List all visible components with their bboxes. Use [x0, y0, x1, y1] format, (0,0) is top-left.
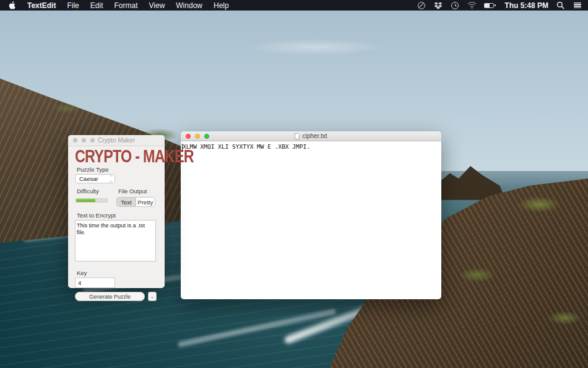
key-field[interactable] — [75, 278, 115, 288]
time-machine-icon[interactable] — [451, 1, 459, 10]
textedit-titlebar[interactable]: cipher.txt — [181, 131, 441, 141]
menu-format[interactable]: Format — [114, 1, 137, 10]
crypto-titlebar[interactable]: Crypto Maker — [68, 135, 165, 146]
generate-puzzle-button[interactable]: Generate Puzzle — [75, 292, 145, 301]
cipher-text: XLMW XMQI XLI SYXTYX MW E .XBX JMPI. — [183, 143, 310, 150]
generate-options-dropdown-button[interactable]: ⌄ — [148, 292, 157, 301]
menu-app-name[interactable]: TextEdit — [27, 1, 56, 10]
menu-window[interactable]: Window — [176, 1, 202, 10]
minimize-button[interactable] — [195, 134, 200, 139]
document-icon — [295, 133, 300, 139]
menu-file[interactable]: File — [67, 1, 79, 10]
menu-view[interactable]: View — [149, 1, 165, 10]
text-to-encrypt-label: Text to Encrypt — [77, 212, 157, 219]
minimize-button-inactive[interactable] — [82, 138, 86, 142]
zoom-button[interactable] — [204, 134, 209, 139]
crypto-maker-logo: CRYPTO - MAKER — [75, 147, 139, 164]
close-button[interactable] — [186, 134, 191, 139]
menu-bar-clock[interactable]: Thu 5:48 PM — [504, 1, 548, 10]
difficulty-label: Difficulty — [77, 188, 116, 195]
puzzle-type-label: Puzzle Type — [77, 166, 157, 173]
dropbox-icon[interactable] — [434, 1, 443, 10]
textedit-document-area[interactable]: XLMW XMQI XLI SYXTYX MW E .XBX JMPI. — [181, 141, 441, 152]
notification-center-icon[interactable] — [573, 1, 582, 10]
file-output-label: File Output — [118, 188, 155, 195]
apple-menu-icon[interactable] — [9, 1, 16, 10]
close-button-inactive[interactable] — [73, 138, 77, 142]
do-not-disturb-icon[interactable] — [417, 1, 426, 10]
key-label: Key — [77, 269, 157, 276]
wallpaper-cloud — [247, 39, 383, 55]
textedit-window: cipher.txt XLMW XMQI XLI SYXTYX MW E .XB… — [181, 131, 441, 299]
segment-pretty[interactable]: Pretty — [136, 198, 155, 206]
difficulty-level-indicator[interactable] — [76, 198, 108, 203]
puzzle-type-select[interactable]: Caesar ⌃ ⌄ — [75, 174, 115, 183]
zoom-button-inactive[interactable] — [90, 138, 95, 142]
file-output-segmented-control: Text Pretty — [116, 197, 155, 207]
crypto-maker-window: Crypto Maker CRYPTO - MAKER Puzzle Type … — [68, 135, 165, 288]
text-to-encrypt-field[interactable]: This time the output is a .txt file. — [75, 220, 156, 261]
segment-text[interactable]: Text — [117, 198, 136, 206]
battery-icon[interactable] — [484, 1, 496, 10]
select-stepper-icon: ⌃ ⌄ — [109, 175, 113, 183]
textedit-window-title: cipher.txt — [181, 133, 441, 139]
spotlight-search-icon[interactable] — [556, 1, 565, 10]
wifi-icon[interactable] — [467, 1, 476, 10]
menu-bar: TextEdit File Edit Format View Window He… — [0, 0, 588, 11]
chevron-down-icon: ⌄ — [150, 294, 155, 299]
menu-edit[interactable]: Edit — [90, 1, 103, 10]
difficulty-fill — [76, 199, 95, 202]
menu-help[interactable]: Help — [214, 1, 229, 10]
